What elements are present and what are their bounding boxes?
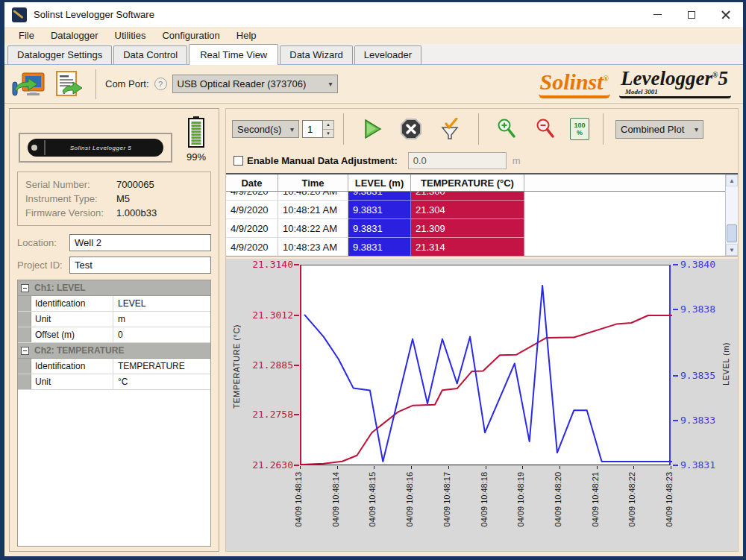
table-cell: 10:48:20 AM [278, 192, 348, 201]
column-header-temperature-c-[interactable]: TEMPERATURE (°C) [411, 174, 524, 191]
x-axis-tick-mark [337, 466, 338, 469]
collapse-icon[interactable] [21, 284, 29, 292]
channel-param-label: Unit [31, 312, 113, 327]
left-axis-tick-mark [294, 465, 299, 466]
interval-unit-value: Second(s) [237, 124, 281, 135]
interval-value-input[interactable] [302, 120, 323, 138]
zoom-full-label: 100 [574, 122, 585, 129]
channel-row: Offset (m)0 [18, 327, 210, 343]
stop-realtime-button[interactable] [396, 114, 426, 144]
close-button[interactable] [709, 2, 743, 27]
menu-bar: FileDataloggerUtilitiesConfigurationHelp [4, 27, 743, 44]
channel-gutter [18, 312, 31, 327]
app-window: Solinst Levelogger Software FileDatalogg… [0, 0, 746, 560]
right-axis-tick-label: 9.3835 [680, 370, 715, 381]
read-levelogger-icon[interactable] [12, 70, 45, 98]
realtime-controls: Second(s) ▾ ▲ ▼ [226, 109, 738, 149]
start-realtime-button[interactable] [357, 114, 387, 144]
x-axis-tick-mark [597, 466, 598, 469]
table-row[interactable]: 4/9/202010:48:21 AM9.383121.304 [226, 201, 725, 219]
levelogger-logo: Levelogger®5 Model 3001 [619, 69, 731, 98]
tab-strip: Datalogger SettingsData ControlReal Time… [4, 44, 743, 65]
channel-param-value: LEVEL [113, 296, 210, 311]
left-axis-tick-mark [294, 264, 299, 265]
left-axis-tick-label: 21.2885 [236, 359, 293, 371]
tab-data-control[interactable]: Data Control [113, 45, 187, 64]
channel-param-label: Identification [31, 296, 113, 311]
zoom-full-pct: % [577, 129, 583, 136]
table-scrollbar[interactable]: ▲ ▼ [725, 174, 738, 256]
channel-gutter [18, 296, 31, 311]
x-axis-tick-label: 04/09 10:48:19 [516, 472, 525, 526]
close-icon [721, 10, 730, 19]
table-cell: 4/9/2020 [226, 238, 278, 256]
menu-item-utilities[interactable]: Utilities [107, 28, 154, 43]
project-id-label: Project ID: [17, 259, 69, 271]
channel-row: Unitm [18, 312, 210, 327]
scroll-down-icon[interactable]: ▼ [726, 244, 738, 256]
menu-item-file[interactable]: File [10, 28, 43, 43]
table-row[interactable]: 4/9/202010:48:22 AM9.383121.309 [226, 219, 725, 238]
realtime-panel: Second(s) ▾ ▲ ▼ [225, 108, 739, 552]
menu-item-help[interactable]: Help [228, 28, 265, 43]
com-port-select[interactable]: USB Optical Reader (373706) ▾ [172, 75, 338, 93]
zoom-full-button[interactable]: 100 % [570, 118, 589, 140]
column-header-date[interactable]: Date [226, 174, 278, 191]
controls-separator [478, 113, 479, 145]
tab-data-wizard[interactable]: Data Wizard [280, 45, 353, 64]
scroll-thumb[interactable] [727, 224, 737, 242]
table-cell: 21.314 [411, 238, 524, 256]
table-cell: 4/9/2020 [226, 201, 278, 219]
table-cell: 10:48:23 AM [278, 238, 348, 256]
readings-table-header: DateTimeLEVEL (m)TEMPERATURE (°C) [226, 174, 725, 192]
project-id-input[interactable] [69, 257, 211, 274]
right-axis-tick-mark [673, 465, 678, 466]
plot-mode-select[interactable]: Combined Plot ▾ [615, 120, 703, 139]
zoom-in-button[interactable] [492, 114, 522, 144]
table-cell: 21.304 [411, 201, 524, 219]
scroll-up-icon[interactable]: ▲ [726, 174, 738, 186]
spinner-down-button[interactable]: ▼ [323, 130, 333, 138]
manual-adjustment-checkbox[interactable] [233, 156, 243, 166]
export-data-icon[interactable] [52, 70, 85, 98]
spinner-up-button[interactable]: ▲ [323, 121, 333, 130]
right-axis-tick-mark [673, 420, 678, 421]
tab-leveloader[interactable]: Leveloader [354, 45, 421, 64]
manual-adjustment-input[interactable] [408, 152, 507, 169]
x-axis-tick-mark [300, 466, 301, 469]
table-row[interactable]: 4/9/202010:48:20 AM9.383121.300 [226, 192, 725, 201]
tab-datalogger-settings[interactable]: Datalogger Settings [7, 45, 112, 64]
column-header-time[interactable]: Time [278, 174, 348, 191]
battery-icon [187, 116, 205, 148]
help-icon[interactable]: ? [154, 78, 167, 90]
collapse-icon[interactable] [21, 347, 29, 355]
stop-icon [400, 118, 422, 140]
manual-adjustment-row: Enable Manual Data Adjustment: m [226, 149, 738, 172]
tab-real-time-view[interactable]: Real Time View [189, 44, 278, 65]
menu-item-configuration[interactable]: Configuration [154, 28, 228, 43]
menu-item-datalogger[interactable]: Datalogger [43, 28, 107, 43]
zoom-out-button[interactable] [531, 114, 561, 144]
maximize-button[interactable] [674, 2, 709, 27]
apply-adjustment-button[interactable] [435, 114, 465, 144]
table-cell: 4/9/2020 [226, 192, 278, 201]
device-panel: Solinst Levelogger 5 99% [9, 108, 219, 552]
x-axis-tick-label: 04/09 10:48:21 [591, 472, 600, 526]
column-header-level-m-[interactable]: LEVEL (m) [348, 174, 411, 191]
table-row[interactable]: 4/9/202010:48:23 AM9.383121.314 [226, 238, 725, 256]
table-cell: 21.309 [411, 219, 524, 238]
location-input[interactable] [69, 234, 211, 251]
left-axis-tick-mark [294, 315, 299, 316]
minimize-button[interactable] [640, 2, 674, 27]
play-icon [361, 118, 383, 140]
channel-header-label: Ch1: LEVEL [31, 283, 86, 293]
interval-unit-select[interactable]: Second(s) ▾ [232, 120, 299, 138]
brand-logos: Solinst® Levelogger®5 Model 3001 [539, 69, 736, 98]
x-axis-tick-label: 04/09 10:48:16 [405, 472, 414, 526]
toolbar: Com Port: ? USB Optical Reader (373706) … [4, 65, 743, 104]
funnel-check-icon [439, 118, 461, 140]
readings-table-body: 4/9/202010:48:20 AM9.383121.3004/9/20201… [226, 192, 725, 256]
chevron-down-icon: ▾ [322, 80, 332, 88]
device-cap [44, 140, 46, 155]
channel-param-label: Identification [31, 359, 113, 374]
